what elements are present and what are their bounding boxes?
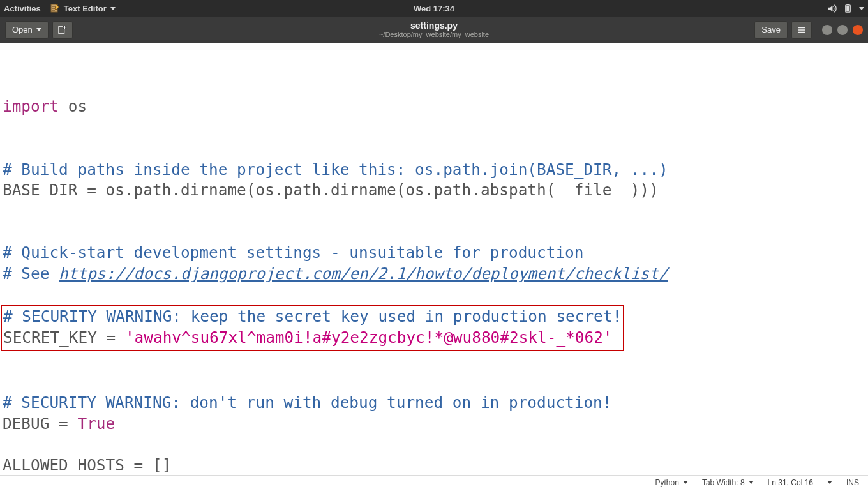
hamburger-icon bbox=[797, 26, 806, 34]
code-line: # SECURITY WARNING: keep the secret key … bbox=[3, 307, 622, 326]
volume-icon bbox=[827, 4, 837, 13]
window-controls bbox=[822, 25, 863, 35]
code-line bbox=[3, 118, 12, 137]
code-line: SECRET_KEY = 'awahv^su67xl^mam0i!a#y2e2z… bbox=[3, 328, 613, 347]
system-tray[interactable] bbox=[827, 4, 864, 13]
header-bar: Open settings.py ~/Desktop/my_website/my… bbox=[0, 17, 868, 43]
chevron-down-icon bbox=[683, 481, 688, 484]
document-path: ~/Desktop/my_website/my_website bbox=[379, 31, 489, 39]
code-line bbox=[3, 223, 12, 241]
save-button-label: Save bbox=[761, 25, 781, 34]
insert-mode[interactable]: INS bbox=[846, 478, 859, 487]
code-line bbox=[3, 435, 12, 454]
code-line: # SECURITY WARNING: don't run with debug… bbox=[3, 393, 612, 412]
chevron-down-icon bbox=[859, 7, 864, 10]
source-view[interactable]: import os # Build paths inside the proje… bbox=[0, 43, 868, 475]
tab-width-selector[interactable]: Tab Width: 8 bbox=[702, 478, 754, 487]
app-menu[interactable]: Text Editor bbox=[50, 3, 116, 13]
code-line bbox=[3, 285, 12, 304]
open-button-label: Open bbox=[12, 25, 33, 34]
chevron-down-icon bbox=[36, 28, 41, 31]
document-title: settings.py bbox=[379, 20, 489, 31]
code-line: # See https://docs.djangoproject.com/en/… bbox=[3, 264, 668, 283]
code-line bbox=[3, 202, 12, 220]
code-line: DEBUG = True bbox=[3, 414, 115, 433]
code-line: BASE_DIR = os.path.dirname(os.path.dirna… bbox=[3, 181, 659, 199]
language-label: Python bbox=[655, 478, 679, 487]
code-line: ALLOWED_HOSTS = [] bbox=[3, 456, 171, 474]
svg-rect-2 bbox=[847, 4, 849, 4]
chevron-down-icon bbox=[110, 7, 116, 10]
code-line bbox=[3, 77, 12, 95]
chevron-down-icon bbox=[827, 481, 832, 484]
window-minimize-button[interactable] bbox=[822, 25, 832, 35]
code-line: import os bbox=[3, 97, 87, 116]
code-line: # Quick-start development settings - uns… bbox=[3, 243, 583, 262]
code-line bbox=[3, 373, 12, 391]
svg-rect-3 bbox=[846, 6, 849, 11]
hamburger-menu-button[interactable] bbox=[791, 21, 812, 39]
activities-button[interactable]: Activities bbox=[4, 4, 41, 13]
text-editor-icon bbox=[50, 3, 60, 13]
save-button[interactable]: Save bbox=[754, 21, 788, 39]
clock[interactable]: Wed 17:34 bbox=[414, 4, 454, 13]
title-area: settings.py ~/Desktop/my_website/my_webs… bbox=[379, 20, 489, 39]
tab-width-label: Tab Width: 8 bbox=[702, 478, 745, 487]
code-line bbox=[3, 139, 12, 158]
language-selector[interactable]: Python bbox=[655, 478, 688, 487]
battery-icon bbox=[843, 4, 853, 13]
cursor-position[interactable]: Ln 31, Col 16 bbox=[768, 478, 813, 487]
window-close-button[interactable] bbox=[853, 25, 863, 35]
window-maximize-button[interactable] bbox=[837, 25, 848, 35]
gnome-top-panel: Activities Text Editor Wed 17:34 bbox=[0, 0, 868, 17]
chevron-down-icon bbox=[749, 481, 754, 484]
code-line: # Build paths inside the project like th… bbox=[3, 160, 668, 179]
app-menu-label: Text Editor bbox=[64, 4, 107, 13]
new-document-icon bbox=[58, 26, 67, 34]
cursor-position-label: Ln 31, Col 16 bbox=[768, 478, 813, 487]
new-document-button[interactable] bbox=[52, 21, 73, 39]
status-bar: Python Tab Width: 8 Ln 31, Col 16 INS bbox=[0, 475, 868, 489]
insert-mode-label: INS bbox=[846, 478, 859, 487]
highlight-box: # SECURITY WARNING: keep the secret key … bbox=[1, 305, 624, 350]
open-button[interactable]: Open bbox=[5, 21, 49, 39]
